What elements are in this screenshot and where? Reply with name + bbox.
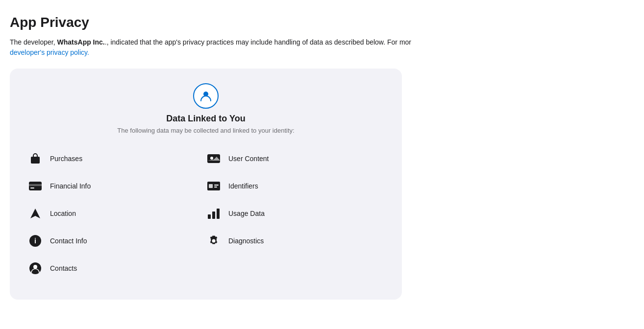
- person-circle-icon: [27, 260, 43, 276]
- privacy-policy-link[interactable]: developer's privacy policy.: [10, 48, 89, 56]
- person-icon-wrapper: [193, 83, 219, 109]
- list-item: Usage Data: [206, 200, 384, 227]
- bar-chart-icon: [206, 206, 222, 221]
- svg-point-11: [210, 157, 213, 160]
- purchases-label: Purchases: [50, 155, 82, 163]
- id-card-icon: [206, 178, 222, 194]
- list-item: Purchases: [27, 145, 206, 172]
- svg-rect-16: [214, 187, 217, 188]
- bag-icon: [27, 151, 43, 166]
- gear-icon: [206, 233, 222, 249]
- svg-rect-18: [212, 212, 215, 219]
- card-title: Data Linked to You: [166, 114, 245, 124]
- data-grid: Purchases Financial Info: [27, 145, 384, 282]
- svg-rect-14: [209, 184, 213, 188]
- svg-rect-19: [217, 209, 220, 219]
- left-column: Purchases Financial Info: [27, 145, 206, 282]
- svg-rect-17: [208, 214, 211, 219]
- svg-rect-4: [30, 188, 34, 188]
- list-item: Diagnostics: [206, 227, 384, 255]
- developer-name: WhatsApp Inc.: [57, 38, 105, 46]
- page-title: App Privacy: [10, 15, 634, 30]
- user-content-label: User Content: [228, 155, 269, 163]
- card-header: Data Linked to You The following data ma…: [27, 83, 384, 134]
- identifiers-label: Identifiers: [228, 182, 258, 190]
- location-label: Location: [50, 210, 76, 217]
- list-item: Location: [27, 200, 206, 227]
- usage-data-label: Usage Data: [228, 210, 265, 217]
- person-icon: [198, 89, 213, 103]
- card-subtitle: The following data may be collected and …: [117, 127, 294, 134]
- creditcard-icon: [27, 178, 43, 194]
- photo-icon: [206, 151, 222, 166]
- location-icon: [27, 206, 43, 221]
- svg-rect-15: [214, 185, 219, 186]
- svg-point-20: [212, 239, 216, 243]
- svg-rect-3: [29, 184, 42, 186]
- privacy-card: Data Linked to You The following data ma…: [10, 69, 402, 300]
- description-text: The developer, WhatsApp Inc.., indicated…: [10, 37, 451, 58]
- info-circle-icon: i: [27, 233, 43, 249]
- svg-text:i: i: [34, 237, 36, 245]
- svg-rect-1: [31, 157, 40, 164]
- list-item: i Contact Info: [27, 227, 206, 255]
- list-item: Contacts: [27, 255, 206, 282]
- contacts-label: Contacts: [50, 264, 77, 272]
- list-item: Identifiers: [206, 172, 384, 200]
- list-item: Financial Info: [27, 172, 206, 200]
- svg-point-9: [33, 265, 37, 269]
- diagnostics-label: Diagnostics: [228, 237, 264, 245]
- contact-info-label: Contact Info: [50, 237, 87, 245]
- right-column: User Content Identifiers: [206, 145, 384, 282]
- list-item: User Content: [206, 145, 384, 172]
- financial-info-label: Financial Info: [50, 182, 91, 190]
- svg-marker-5: [30, 209, 40, 218]
